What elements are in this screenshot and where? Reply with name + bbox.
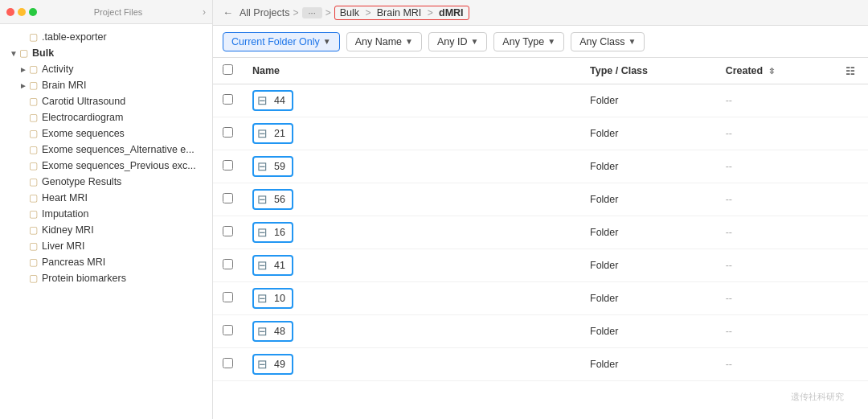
row-type-cell: Folder [580,348,716,381]
row-created-cell: -- [716,117,836,150]
sidebar-item-label: Carotid Ultrasound [42,96,125,107]
table-row: ⊟59Folder-- [213,150,868,183]
row-checkbox-cell[interactable] [213,183,243,216]
row-checkbox[interactable] [223,358,233,368]
folder-icon: ▢ [29,31,38,43]
select-all-checkbox[interactable] [223,64,233,75]
row-checkbox[interactable] [223,325,233,335]
folder-icon: ▢ [29,160,38,171]
sidebar: Project Files › ▢ .table-exporter ▼ ▢ Bu… [0,0,213,419]
columns-settings-icon[interactable]: ☷ [845,65,855,77]
breadcrumb: All Projects > ··· > Bulk > Brain MRI > … [240,6,469,20]
table-row: ⊟21Folder-- [213,117,868,150]
row-checkbox-cell[interactable] [213,348,243,381]
row-checkbox-cell[interactable] [213,150,243,183]
any-name-button[interactable]: Any Name ▼ [346,32,422,51]
sidebar-item-protein[interactable]: ▢ Protein biomarkers [0,270,212,286]
row-name-cell[interactable]: ⊟56 [243,183,580,216]
sidebar-item-imputation[interactable]: ▢ Imputation [0,206,212,222]
sidebar-item-activity[interactable]: ► ▢ Activity [0,61,212,77]
row-checkbox[interactable] [223,259,233,269]
breadcrumb-dmri[interactable]: dMRI [439,7,464,18]
breadcrumb-bulk[interactable]: Bulk [340,7,359,18]
row-checkbox[interactable] [223,226,233,236]
row-name-cell[interactable]: ⊟44 [243,84,580,117]
sidebar-item-pancreas-mri[interactable]: ▢ Pancreas MRI [0,254,212,270]
row-type-cell: Folder [580,282,716,315]
breadcrumb-project[interactable]: ··· [302,7,322,18]
folder-icon: ⊟ [257,126,268,141]
folder-icon: ▢ [19,47,28,59]
file-table: Name Type / Class Created ⇳ ☷ ⊟44Folder-… [213,58,868,381]
maximize-icon[interactable] [29,8,37,16]
any-type-button[interactable]: Any Type ▼ [493,32,564,51]
row-checkbox-cell[interactable] [213,84,243,117]
folder-icon: ⊟ [257,357,268,372]
breadcrumb-brain-mri[interactable]: Brain MRI [377,7,422,18]
minimize-icon[interactable] [18,8,26,16]
close-icon[interactable] [6,8,14,16]
any-id-button[interactable]: Any ID ▼ [428,32,487,51]
row-name: 16 [274,227,285,238]
sidebar-item-carotid[interactable]: ▢ Carotid Ultrasound [0,93,212,109]
row-checkbox[interactable] [223,160,233,170]
row-created-cell: -- [716,150,836,183]
any-id-label: Any ID [437,36,468,47]
select-all-header[interactable] [213,58,243,84]
row-checkbox-cell[interactable] [213,315,243,348]
sidebar-item-exome-alt[interactable]: ▢ Exome sequences_Alternative e... [0,142,212,158]
sidebar-expand-icon[interactable]: › [203,6,206,18]
sidebar-item-label: Protein biomarkers [42,273,126,284]
row-checkbox-cell[interactable] [213,117,243,150]
row-name-cell[interactable]: ⊟16 [243,216,580,249]
sidebar-item-liver-mri[interactable]: ▢ Liver MRI [0,238,212,254]
row-type-cell: Folder [580,183,716,216]
table-row: ⊟10Folder-- [213,282,868,315]
sidebar-item-genotype[interactable]: ▢ Genotype Results [0,174,212,190]
row-checkbox[interactable] [223,292,233,302]
name-column-header[interactable]: Name [243,58,580,84]
sidebar-item-exome-prev[interactable]: ▢ Exome sequences_Previous exc... [0,158,212,174]
row-name-cell[interactable]: ⊟10 [243,282,580,315]
current-folder-only-button[interactable]: Current Folder Only ▼ [223,32,340,51]
row-name-cell[interactable]: ⊟21 [243,117,580,150]
sort-icon: ⇳ [768,67,775,76]
folder-icon: ▢ [29,80,38,91]
created-column-header[interactable]: Created ⇳ [716,58,836,84]
row-checkbox-cell[interactable] [213,249,243,282]
any-class-button[interactable]: Any Class ▼ [571,32,645,51]
sidebar-item-exome[interactable]: ▢ Exome sequences [0,125,212,142]
breadcrumb-all-projects[interactable]: All Projects [240,7,290,18]
sidebar-item-brain-mri[interactable]: ► ▢ Brain MRI [0,77,212,93]
row-checkbox[interactable] [223,193,233,203]
row-checkbox-cell[interactable] [213,216,243,249]
back-button[interactable]: ← [223,6,233,18]
row-checkbox[interactable] [223,127,233,138]
row-name-cell[interactable]: ⊟48 [243,315,580,348]
dropdown-arrow-icon: ▼ [628,37,636,46]
folder-icon: ⊟ [257,93,268,108]
row-name-cell[interactable]: ⊟41 [243,249,580,282]
sidebar-item-electro[interactable]: ▢ Electrocardiogram [0,109,212,125]
folder-icon: ⊟ [257,258,268,273]
dropdown-arrow-icon: ▼ [470,37,478,46]
sidebar-item-kidney-mri[interactable]: ▢ Kidney MRI [0,222,212,238]
sidebar-item-label: Electrocardiogram [42,112,123,123]
type-class-column-header[interactable]: Type / Class [580,58,716,84]
row-checkbox[interactable] [223,94,233,105]
breadcrumb-sep-4: > [424,7,436,18]
sidebar-title: Project Files [42,7,194,17]
arrow-icon: ► [19,65,29,74]
sidebar-item-heart-mri[interactable]: ▢ Heart MRI [0,190,212,206]
sidebar-window-controls [6,8,37,16]
folder-icon: ▢ [29,208,38,220]
breadcrumb-sep-2: > [326,7,331,18]
row-name-cell[interactable]: ⊟59 [243,150,580,183]
table-row: ⊟48Folder-- [213,315,868,348]
sidebar-item-bulk[interactable]: ▼ ▢ Bulk [0,45,212,61]
row-name-cell[interactable]: ⊟49 [243,348,580,381]
folder-icon: ▢ [29,128,38,139]
row-checkbox-cell[interactable] [213,282,243,315]
row-created-cell: -- [716,84,836,117]
sidebar-item-table-exporter[interactable]: ▢ .table-exporter [0,29,212,45]
